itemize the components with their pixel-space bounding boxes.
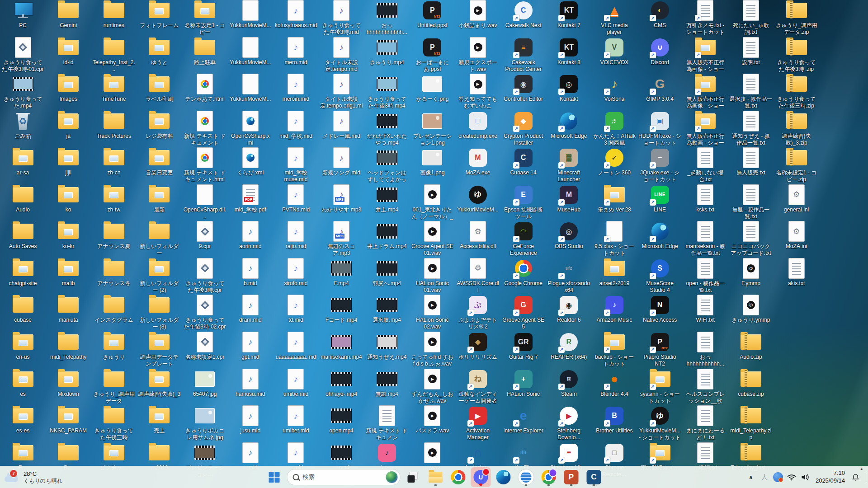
desktop-icon[interactable]: ▶パスドラ.wav xyxy=(411,405,454,434)
desktop-icon[interactable]: ♪b.mid xyxy=(229,258,272,287)
desktop-icon[interactable]: ♪↗Amazon Music xyxy=(593,294,636,324)
desktop-icon[interactable]: ↗Microsoft Edge xyxy=(638,221,681,250)
cubase-button[interactable]: C xyxy=(584,467,604,487)
desktop-icon[interactable]: きゅうり食ってた午後3時 .zip xyxy=(775,37,818,73)
desktop-icon[interactable]: akis.txt xyxy=(775,258,818,287)
desktop-icon[interactable]: e↗Internet Explorer xyxy=(502,405,545,434)
desktop-icon[interactable]: id-id xyxy=(47,37,90,66)
chrome-button[interactable] xyxy=(448,467,468,487)
desktop-icon[interactable]: es xyxy=(1,368,44,398)
desktop-icon[interactable]: 羽尻へ.mp4 xyxy=(365,258,408,287)
desktop-icon[interactable]: PNT2Untitled.ppsf xyxy=(411,0,454,29)
desktop-icon[interactable]: ◆↗Crypton Product Installer xyxy=(502,110,545,146)
powerpoint-button[interactable]: P xyxy=(561,467,581,487)
desktop-icon[interactable]: ◉↗Controller Editor xyxy=(502,73,545,103)
desktop-icon[interactable]: ♪hamusu.mid xyxy=(229,368,272,398)
desktop-icon[interactable]: ♪mero.mid xyxy=(274,37,317,66)
desktop-icon[interactable]: Mixdown xyxy=(47,368,90,398)
desktop-icon[interactable]: きゅうり食ってた午後3時.mp4 xyxy=(365,73,408,109)
desktop-icon[interactable]: ∪↗Discord xyxy=(638,37,681,66)
search-input[interactable]: 検索 xyxy=(287,469,401,485)
desktop-icon[interactable]: ↗syasinn - ショートカット xyxy=(638,368,681,404)
desktop-icon[interactable]: ⚙AWSSDK.Core.dll xyxy=(457,258,500,294)
desktop-icon[interactable]: N↗Native Access xyxy=(638,294,681,324)
desktop-icon[interactable]: ♪rajio.mid xyxy=(274,221,317,250)
desktop-icon[interactable]: WIFI.txt xyxy=(684,294,727,324)
desktop-icon[interactable]: ゆF.ymmp xyxy=(729,258,772,287)
desktop-icon[interactable]: 新しいフォルダー (2) xyxy=(138,258,181,294)
desktop-icon[interactable]: ♪uaaaaaaaaa.mid xyxy=(274,331,317,361)
desktop-icon[interactable]: ♪jusu.mid xyxy=(229,405,272,434)
desktop-icon[interactable]: chatgpt-site xyxy=(1,258,44,287)
desktop-icon[interactable]: ▶HALion Sonic 02.wav xyxy=(411,294,454,330)
desktop-icon[interactable]: 新しいフォルダー (3) xyxy=(138,294,181,330)
desktop-icon[interactable]: ~↗JQuake.exe - ショートカット xyxy=(638,147,681,183)
desktop-icon[interactable]: PC xyxy=(1,0,44,29)
desktop-icon[interactable]: おっhhhhhhhhhhh... xyxy=(684,331,727,367)
desktop-icon[interactable]: TimeTune xyxy=(92,73,135,103)
file-explorer-button[interactable] xyxy=(426,467,446,487)
desktop-icon[interactable]: ♪mid_学校.mid xyxy=(274,110,317,140)
desktop-icon[interactable]: ♪sirofo.mid xyxy=(274,258,317,287)
desktop-icon[interactable]: アナウンス夏 xyxy=(92,221,135,250)
desktop-icon[interactable]: Fコード.mp4 xyxy=(320,294,363,324)
desktop-icon[interactable]: ▣↗HDDFMT.exe - ショートカット xyxy=(638,110,681,146)
desktop-icon[interactable]: ja xyxy=(47,110,90,140)
desktop-icon[interactable]: ♪td.mid xyxy=(274,294,317,324)
desktop-icon[interactable]: ✓↗ノートン 360 xyxy=(593,147,636,176)
desktop-icon[interactable]: 無題 - 親作品一覧.txt xyxy=(729,184,772,220)
desktop-icon[interactable]: ↗Microsoft Edge xyxy=(547,110,590,140)
desktop-icon[interactable]: MMoZA.exe xyxy=(457,147,500,176)
desktop-icon[interactable]: KT↗Kontakt 7 xyxy=(547,0,590,29)
desktop-icon[interactable]: 新規 テキスト ドキュメント (2).html xyxy=(184,110,226,147)
notification-bell-icon[interactable]: z xyxy=(849,468,861,486)
desktop-icon[interactable]: runtimes xyxy=(92,0,135,29)
desktop-icon[interactable]: 選択肢 - 親作品一覧.txt xyxy=(729,73,772,109)
desktop-icon[interactable]: ◠↗GeForce Experience xyxy=(502,221,545,257)
desktop-icon[interactable]: 調声用データテンプレート xyxy=(138,331,181,367)
desktop-icon[interactable]: ヘルスコンプレッション__歌詞.txt xyxy=(684,368,727,405)
desktop-icon[interactable]: LINE↗LINE xyxy=(638,184,681,213)
desktop-icon[interactable]: テンポあて.html xyxy=(184,73,226,103)
desktop-icon[interactable]: ksks.txt xyxy=(684,184,727,213)
desktop-icon[interactable]: ↗無人販売不正行為画像 - ショートカット xyxy=(684,73,727,110)
desktop-icon[interactable]: きゅうり.mp4 xyxy=(365,37,408,66)
desktop-icon[interactable]: E↗Epson 接続診断ツール xyxy=(502,184,545,220)
desktop-icon[interactable]: ⚙MoZA.ini xyxy=(775,221,818,250)
desktop-icon[interactable]: 調声練習(失敗)_3.zip xyxy=(775,110,818,146)
desktop-icon[interactable]: OpenCvSharp.xml xyxy=(229,110,272,146)
desktop-icon[interactable]: ♪メドレー風.mid xyxy=(320,110,363,140)
desktop-icon[interactable]: フォトフレーム xyxy=(138,0,181,29)
desktop-icon[interactable]: ゆYukkuriMovieM... xyxy=(457,184,500,213)
desktop-icon[interactable]: ◆↗ポリリリリズム xyxy=(457,331,500,361)
desktop-icon[interactable]: OpenCvSharp.dll... xyxy=(184,184,226,220)
clock[interactable]: 7:10 2025/09/14 xyxy=(813,468,848,486)
show-desktop-button[interactable] xyxy=(866,471,866,483)
desktop-icon[interactable]: ♪MP3無題のスコア.mp3 xyxy=(320,221,363,257)
desktop-icon[interactable]: 新規 テキスト ドキュメント.musicxml xyxy=(365,405,408,441)
desktop-icon[interactable]: ▲↗VLC media player xyxy=(593,0,636,36)
chrome-profile-button[interactable] xyxy=(539,467,559,487)
desktop-icon[interactable]: ♪dram.mid xyxy=(229,294,272,324)
desktop-icon[interactable]: ♪umibe.mid xyxy=(274,368,317,398)
wifi-icon[interactable] xyxy=(786,468,797,486)
desktop-icon[interactable]: ♪aorin.mid xyxy=(229,221,272,250)
desktop-icon[interactable]: ▶新規エクスポート.wav xyxy=(457,37,500,73)
desktop-icon[interactable]: ♪meroin.mid xyxy=(274,73,317,103)
desktop-icon[interactable]: ラベル印刷 xyxy=(138,73,181,103)
desktop-icon[interactable]: レジ袋有料 xyxy=(138,110,181,140)
start-button[interactable] xyxy=(264,467,284,487)
desktop-icon[interactable]: S↗MuseScore Studio 4 xyxy=(638,258,681,294)
desktop-icon[interactable]: ♪MP3わかりやす.mp3 xyxy=(320,184,363,213)
desktop-icon[interactable]: NKSC_PARAM xyxy=(47,405,90,434)
desktop-icon[interactable]: Telepathy_Inst_2... xyxy=(92,37,135,73)
desktop-icon[interactable]: en-us xyxy=(1,331,44,361)
desktop-icon[interactable]: 名称未設定1 - コピー xyxy=(184,0,226,36)
desktop-icon[interactable]: 売上 xyxy=(138,405,181,434)
desktop-icon[interactable]: プレゼンテーション1.png xyxy=(411,110,454,146)
desktop-icon[interactable]: ↗9.5.xlsx - ショートカット xyxy=(593,221,636,257)
blue-globe-app-button[interactable] xyxy=(516,467,536,487)
desktop-icon[interactable]: 65407.jpg xyxy=(184,368,226,398)
discord-button[interactable]: ∪ xyxy=(471,467,491,487)
desktop-icon[interactable]: PDFmid_学校.pdf xyxy=(229,184,272,213)
